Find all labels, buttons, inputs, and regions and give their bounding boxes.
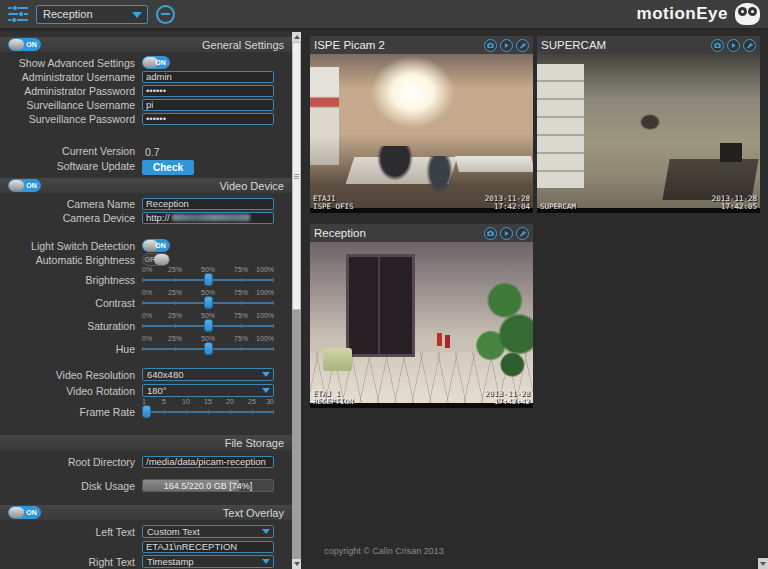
camera-grid: ISPE Picam 2	[301, 32, 768, 569]
camera-device-label: Camera Device	[0, 212, 142, 224]
wrench-icon	[518, 41, 527, 50]
left-text-select[interactable]: Custom Text	[142, 525, 274, 538]
video-rotation-select[interactable]: 180°	[142, 384, 274, 397]
camera-frame-image[interactable]: ETAJ 1 RECEPTION 2013-11-28 17:42:42	[310, 242, 533, 408]
camera-title-bar: Reception	[310, 224, 533, 242]
admin-username-input[interactable]: admin	[142, 71, 274, 83]
sidebar-scrollbar[interactable]	[292, 32, 301, 569]
camera-select-dropdown[interactable]: Reception	[36, 5, 148, 24]
video-resolution-label: Video Resolution	[0, 369, 142, 381]
root-directory-input[interactable]: /media/data/picam-reception	[142, 456, 274, 468]
chevron-down-icon	[262, 559, 270, 564]
configure-button[interactable]	[743, 39, 756, 52]
slider-thumb[interactable]	[204, 296, 213, 309]
video-device-toggle[interactable]: ON	[8, 179, 41, 192]
text-overlay-toggle[interactable]: ON	[8, 506, 41, 519]
brightness-slider[interactable]: 0% 25% 50% 75% 100%	[142, 266, 280, 286]
camera-icon	[486, 41, 495, 50]
saturation-slider[interactable]: 0% 25% 50% 75% 100%	[142, 312, 280, 332]
camera-panel: Reception	[310, 224, 533, 408]
slider-thumb[interactable]	[142, 405, 151, 418]
surveillance-username-label: Surveillance Username	[0, 99, 142, 111]
camera-frame-image[interactable]: ETAJ1 ISPE OFIS 2013-11-28 17:42:04	[310, 54, 533, 213]
disk-usage-text: 164.5/220.0 GB [74%]	[143, 481, 273, 491]
playback-button[interactable]	[500, 39, 513, 52]
auto-brightness-toggle[interactable]: OFF	[142, 253, 170, 266]
camera-name-input[interactable]: Reception	[142, 198, 274, 210]
frame-rate-slider[interactable]: 1 5 10 15 20 25 30	[142, 398, 280, 418]
general-settings-toggle[interactable]: ON	[8, 38, 41, 51]
right-text-select[interactable]: Timestamp	[142, 555, 274, 568]
owl-eye-icon	[738, 7, 747, 16]
camera-frame-image[interactable]: SUPERCAM 2013-11-28 17:42:05	[537, 54, 760, 213]
copyright-text: copyright © Calin Crisan 2013	[324, 546, 444, 556]
scroll-down-arrow[interactable]	[292, 559, 301, 569]
contrast-label: Contrast	[0, 297, 142, 309]
surveillance-password-label: Surveillance Password	[0, 113, 142, 125]
configure-button[interactable]	[516, 227, 529, 240]
scroll-up-arrow[interactable]	[292, 32, 301, 42]
camera-title: ISPE Picam 2	[314, 39, 385, 51]
section-video-device: ON Video Device	[0, 178, 292, 193]
camera-overlay-left: ETAJ1 ISPE OFIS	[313, 195, 354, 211]
snapshot-button[interactable]	[484, 227, 497, 240]
camera-title: SUPERCAM	[541, 39, 606, 51]
video-rotation-label: Video Rotation	[0, 385, 142, 397]
snapshot-button[interactable]	[484, 39, 497, 52]
slider-thumb[interactable]	[204, 319, 213, 332]
admin-password-input[interactable]: ••••••	[142, 85, 274, 97]
configure-button[interactable]	[516, 39, 529, 52]
snapshot-button[interactable]	[711, 39, 724, 52]
slider-thumb[interactable]	[204, 342, 213, 355]
surveillance-username-input[interactable]: pi	[142, 99, 274, 111]
light-switch-toggle[interactable]: ON	[142, 239, 170, 252]
auto-brightness-label: Automatic Brightness	[0, 254, 142, 266]
camera-scene	[310, 242, 533, 408]
camera-overlay-left: ETAJ 1 RECEPTION	[313, 390, 354, 406]
chevron-down-icon	[262, 388, 270, 393]
software-update-label: Software Update	[0, 160, 142, 172]
section-title: Text Overlay	[223, 507, 284, 519]
hue-slider[interactable]: 0% 25% 50% 75% 100%	[142, 335, 280, 355]
camera-icon	[713, 41, 722, 50]
check-update-button[interactable]: Check	[142, 160, 194, 175]
section-file-storage: File Storage	[0, 435, 292, 450]
slider-thumb[interactable]	[204, 273, 213, 286]
section-title: File Storage	[225, 437, 284, 449]
video-resolution-select[interactable]: 640x480	[142, 368, 274, 381]
camera-title-bar: ISPE Picam 2	[310, 36, 533, 54]
surveillance-password-input[interactable]: ••••••	[142, 113, 274, 125]
light-switch-label: Light Switch Detection	[0, 240, 142, 252]
root-directory-label: Root Directory	[0, 456, 142, 468]
playback-button[interactable]	[500, 227, 513, 240]
contrast-slider[interactable]: 0% 25% 50% 75% 100%	[142, 289, 280, 309]
show-advanced-toggle[interactable]: ON	[142, 56, 170, 69]
play-icon	[502, 41, 511, 50]
motioneye-app: Reception motionEye ON General Settings …	[0, 0, 768, 569]
chevron-down-icon	[262, 372, 270, 377]
camera-panel: ISPE Picam 2	[310, 36, 533, 213]
camera-device-input[interactable]: http://	[142, 212, 274, 224]
top-bar: Reception motionEye	[0, 0, 768, 30]
camera-panel: SUPERCAM	[537, 36, 760, 213]
camera-name-label: Camera Name	[0, 198, 142, 210]
custom-text-input[interactable]: ETAJ1\nRECEPTION	[142, 541, 274, 553]
minus-icon	[161, 13, 170, 15]
disk-usage-label: Disk Usage	[0, 480, 142, 492]
section-text-overlay: ON Text Overlay	[0, 505, 292, 520]
section-title: Video Device	[219, 180, 284, 192]
scrollbar-corner[interactable]	[758, 558, 768, 569]
camera-icon	[486, 229, 495, 238]
camera-title-bar: SUPERCAM	[537, 36, 760, 54]
chevron-down-icon	[132, 12, 142, 18]
camera-overlay-right: 2013-11-28 17:42:05	[712, 195, 757, 211]
frame-rate-label: Frame Rate	[0, 406, 142, 418]
camera-select-value: Reception	[43, 8, 93, 20]
settings-sliders-icon[interactable]	[8, 4, 28, 24]
scrollbar-thumb[interactable]	[292, 42, 301, 310]
playback-button[interactable]	[727, 39, 740, 52]
remove-camera-button[interactable]	[156, 5, 175, 24]
wrench-icon	[745, 41, 754, 50]
camera-scene	[310, 54, 533, 213]
show-advanced-label: Show Advanced Settings	[0, 57, 142, 69]
